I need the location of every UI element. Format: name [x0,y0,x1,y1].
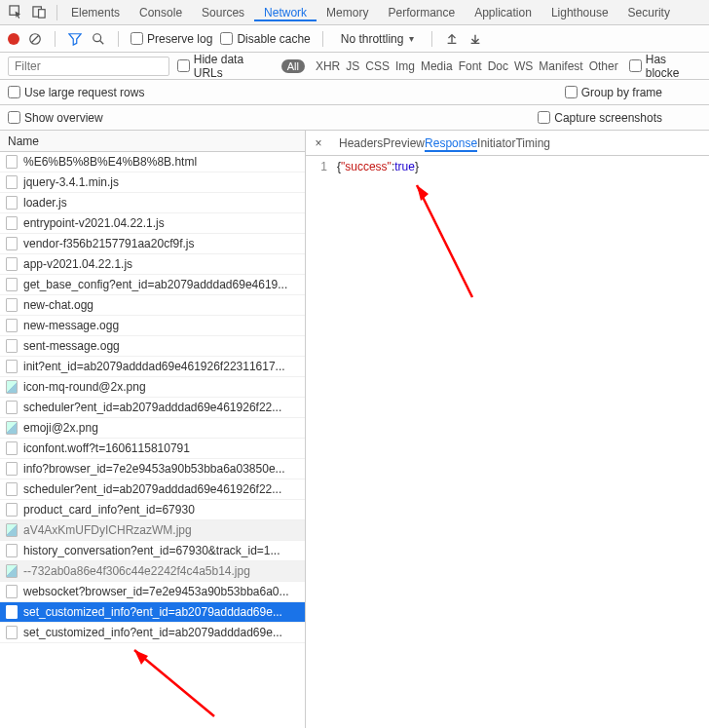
clear-icon[interactable] [27,31,43,47]
request-name: sent-message.ogg [23,339,120,353]
file-icon [6,278,18,291]
network-toolbar: Preserve log Disable cache No throttling… [0,25,709,53]
request-name: set_customized_info?ent_id=ab2079adddad6… [23,605,282,619]
request-row[interactable]: jquery-3.4.1.min.js [0,172,305,193]
request-row[interactable]: %E6%B5%8B%E4%B8%8B.html [0,152,305,172]
file-icon [6,319,18,332]
svg-line-6 [100,40,104,44]
request-row[interactable]: info?browser_id=7e2e9453a90b53bba6a03850… [0,459,305,479]
capture-screenshots-checkbox[interactable]: Capture screenshots [538,111,662,125]
disable-cache-checkbox[interactable]: Disable cache [220,32,310,46]
request-name: history_conversation?ent_id=67930&track_… [23,544,280,557]
detail-tab-timing[interactable]: Timing [515,136,550,150]
device-toggle-icon[interactable] [29,3,49,22]
filter-type-img[interactable]: Img [392,59,418,73]
file-icon [6,482,18,496]
search-icon[interactable] [91,31,106,47]
request-row[interactable]: sent-message.ogg [0,336,305,357]
request-row[interactable]: emoji@2x.png [0,418,305,439]
tab-console[interactable]: Console [130,6,192,19]
filter-type-font[interactable]: Font [456,59,485,73]
tab-elements[interactable]: Elements [61,6,130,19]
file-icon [6,360,18,373]
throttling-select[interactable]: No throttling▾ [335,29,421,49]
file-icon [6,462,18,476]
request-row[interactable]: scheduler?ent_id=ab2079adddad69e461926f2… [0,398,305,418]
filter-type-media[interactable]: Media [418,59,456,73]
filter-all-pill[interactable]: All [281,59,305,73]
request-name: scheduler?ent_id=ab2079adddad69e461926f2… [23,401,281,414]
request-row[interactable]: iconfont.woff?t=1606115810791 [0,439,305,459]
request-row[interactable]: history_conversation?ent_id=67930&track_… [0,541,305,561]
request-row[interactable]: websocket?browser_id=7e2e9453a90b53bba6a… [0,582,305,602]
file-icon [6,257,18,271]
request-row[interactable]: set_customized_info?ent_id=ab2079adddad6… [0,602,305,623]
filter-type-doc[interactable]: Doc [485,59,511,73]
upload-icon[interactable] [444,31,460,47]
request-row[interactable]: set_customized_info?ent_id=ab2079adddad6… [0,623,305,643]
group-by-frame-checkbox[interactable]: Group by frame [565,86,662,99]
filter-type-js[interactable]: JS [343,59,362,73]
close-icon[interactable]: × [312,136,325,150]
filter-icon[interactable] [67,31,83,47]
request-name: new-chat.ogg [23,298,93,312]
use-large-rows-checkbox[interactable]: Use large request rows [8,86,144,99]
detail-tab-preview[interactable]: Preview [383,136,425,150]
svg-point-5 [93,33,101,41]
detail-tab-response[interactable]: Response [425,136,477,152]
request-row[interactable]: loader.js [0,193,305,213]
request-row[interactable]: product_card_info?ent_id=67930 [0,500,305,520]
tab-memory[interactable]: Memory [317,6,378,19]
request-row[interactable]: aV4AxKmUFDyICHRzazWM.jpg [0,520,305,541]
record-icon[interactable] [8,33,19,45]
file-icon [6,585,18,598]
detail-tab-initiator[interactable]: Initiator [477,136,515,150]
tab-security[interactable]: Security [618,6,680,19]
filter-type-ws[interactable]: WS [511,59,536,73]
options-bar-1: Use large request rows Group by frame [0,80,709,105]
preserve-log-checkbox[interactable]: Preserve log [131,32,212,46]
request-row[interactable]: app-v2021.04.22.1.js [0,254,305,275]
tab-lighthouse[interactable]: Lighthouse [541,6,618,19]
file-icon [6,401,18,414]
group-by-frame-label: Group by frame [581,86,662,99]
tab-network[interactable]: Network [254,6,317,21]
filter-type-css[interactable]: CSS [362,59,392,73]
response-body: 1 {"success":true} [306,156,709,177]
request-name: entrypoint-v2021.04.22.1.js [23,216,165,230]
hide-data-urls-checkbox[interactable]: Hide data URLs [177,53,274,80]
filter-type-other[interactable]: Other [586,59,621,73]
request-row[interactable]: get_base_config?ent_id=ab2079adddad69e46… [0,275,305,295]
request-name: info?browser_id=7e2e9453a90b53bba6a03850… [23,462,285,476]
request-name: vendor-f356b2157791aa20cf9f.js [23,237,194,250]
request-row[interactable]: icon-mq-round@2x.png [0,377,305,398]
has-blocked-checkbox[interactable]: Has blocke [629,53,701,80]
detail-tab-headers[interactable]: Headers [339,136,383,150]
tab-performance[interactable]: Performance [378,6,465,19]
filter-type-xhr[interactable]: XHR [313,59,343,73]
filter-input[interactable] [8,57,169,76]
request-row[interactable]: scheduler?ent_id=ab2079adddad69e461926f2… [0,479,305,500]
request-row[interactable]: init?ent_id=ab2079adddad69e461926f223116… [0,357,305,377]
devtools-tabs: ElementsConsoleSourcesNetworkMemoryPerfo… [0,0,709,25]
request-name: new-message.ogg [23,319,119,332]
chevron-down-icon: ▾ [409,33,414,44]
name-column-header[interactable]: Name [0,131,305,152]
tab-application[interactable]: Application [465,6,541,19]
inspect-icon[interactable] [6,3,25,22]
show-overview-checkbox[interactable]: Show overview [8,111,103,125]
filter-type-manifest[interactable]: Manifest [536,59,585,73]
use-large-rows-label: Use large request rows [24,86,144,99]
file-icon [6,564,18,578]
request-row[interactable]: vendor-f356b2157791aa20cf9f.js [0,234,305,254]
disable-cache-label: Disable cache [237,32,310,46]
download-icon[interactable] [467,31,483,47]
request-name: scheduler?ent_id=ab2079adddad69e461926f2… [23,482,281,496]
separator [431,31,432,47]
request-row[interactable]: new-message.ogg [0,316,305,336]
request-name: set_customized_info?ent_id=ab2079adddad6… [23,626,282,639]
request-row[interactable]: --732ab0a86e4f306c44e2242f4c4a5b14.jpg [0,561,305,582]
request-row[interactable]: new-chat.ogg [0,295,305,316]
tab-sources[interactable]: Sources [192,6,254,19]
request-row[interactable]: entrypoint-v2021.04.22.1.js [0,213,305,234]
